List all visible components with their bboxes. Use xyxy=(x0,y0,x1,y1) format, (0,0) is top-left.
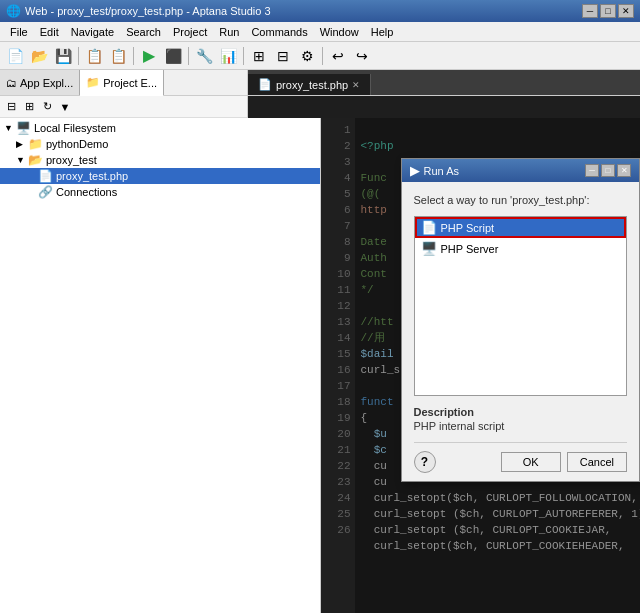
debug-button[interactable]: 🔧 xyxy=(193,45,215,67)
description-label: Description xyxy=(414,406,628,418)
paste-button[interactable]: 📋 xyxy=(107,45,129,67)
profile-button[interactable]: 📊 xyxy=(217,45,239,67)
dialog-item-php-server[interactable]: 🖥️ PHP Server xyxy=(415,238,627,259)
window-title: Web - proxy_test/proxy_test.php - Aptana… xyxy=(25,5,582,17)
dialog-close-button[interactable]: ✕ xyxy=(617,164,631,177)
project-explorer-icon: 📁 xyxy=(86,76,100,89)
settings-button[interactable]: ⚙ xyxy=(296,45,318,67)
editor-tab-icon: 📄 xyxy=(258,78,272,91)
app-explorer-icon: 🗂 xyxy=(6,77,17,89)
dialog-maximize-button[interactable]: □ xyxy=(601,164,615,177)
dialog-body: Select a way to run 'proxy_test.php': 📄 … xyxy=(402,182,640,481)
new-button[interactable]: 📄 xyxy=(4,45,26,67)
dialog-item-php-script[interactable]: 📄 PHP Script xyxy=(415,217,627,238)
editor-tab-proxy[interactable]: 📄 proxy_test.php ✕ xyxy=(248,74,371,95)
tree-item-local-filesystem[interactable]: ▼ 🖥️ Local Filesystem xyxy=(0,120,320,136)
toolbar-sep-3 xyxy=(188,47,189,65)
sidebar-expand-button[interactable]: ⊞ xyxy=(20,98,38,116)
minimize-button[interactable]: ─ xyxy=(582,4,598,18)
cancel-button[interactable]: Cancel xyxy=(567,452,627,472)
maximize-button[interactable]: □ xyxy=(600,4,616,18)
dialog-minimize-button[interactable]: ─ xyxy=(585,164,599,177)
sidebar-toolbar: ⊟ ⊞ ↻ ▼ xyxy=(0,96,248,118)
redo-button[interactable]: ↪ xyxy=(351,45,373,67)
open-button[interactable]: 📂 xyxy=(28,45,50,67)
toolbar-sep-5 xyxy=(322,47,323,65)
close-button[interactable]: ✕ xyxy=(618,4,634,18)
sidebar-tab-bar: 🗂 App Expl... 📁 Project E... xyxy=(0,70,248,95)
tree-item-proxy-test[interactable]: ▼ 📂 proxy_test xyxy=(0,152,320,168)
toolbar-sep-2 xyxy=(133,47,134,65)
toolbar-sep-1 xyxy=(78,47,79,65)
dialog-list[interactable]: 📄 PHP Script 🖥️ PHP Server xyxy=(414,216,628,396)
dialog-window-controls[interactable]: ─ □ ✕ xyxy=(585,164,631,177)
menu-file[interactable]: File xyxy=(4,24,34,40)
ok-button[interactable]: OK xyxy=(501,452,561,472)
sidebar-refresh-button[interactable]: ↻ xyxy=(38,98,56,116)
php-script-icon: 📄 xyxy=(421,220,437,235)
menu-help[interactable]: Help xyxy=(365,24,400,40)
deploy-button[interactable]: ▶ xyxy=(138,45,160,67)
code-editor[interactable]: 12345678910 11121314151617181920 2122232… xyxy=(321,118,641,613)
stop-button[interactable]: ⬛ xyxy=(162,45,184,67)
run-as-dialog: ▶ Run As ─ □ ✕ Select a way to run 'prox… xyxy=(401,158,641,482)
dialog-title-bar: ▶ Run As ─ □ ✕ xyxy=(402,159,640,182)
help-button[interactable]: ? xyxy=(414,451,436,473)
menu-commands[interactable]: Commands xyxy=(245,24,313,40)
layout-button[interactable]: ⊟ xyxy=(272,45,294,67)
tree-item-connections[interactable]: 🔗 Connections xyxy=(0,184,320,200)
tab-project-explorer[interactable]: 📁 Project E... xyxy=(80,70,164,96)
close-tab-icon[interactable]: ✕ xyxy=(352,80,360,90)
toolbar-sep-4 xyxy=(243,47,244,65)
tree-item-proxy-test-php[interactable]: 📄 proxy_test.php xyxy=(0,168,320,184)
menu-project[interactable]: Project xyxy=(167,24,213,40)
window-controls[interactable]: ─ □ ✕ xyxy=(582,4,634,18)
dialog-title-icon: ▶ xyxy=(410,163,420,178)
main-toolbar: 📄 📂 💾 📋 📋 ▶ ⬛ 🔧 📊 ⊞ ⊟ ⚙ ↩ ↪ xyxy=(0,42,640,70)
dialog-prompt: Select a way to run 'proxy_test.php': xyxy=(414,194,628,206)
copy-button[interactable]: 📋 xyxy=(83,45,105,67)
menu-window[interactable]: Window xyxy=(314,24,365,40)
sidebar-filter-button[interactable]: ▼ xyxy=(56,98,74,116)
grid-button[interactable]: ⊞ xyxy=(248,45,270,67)
php-server-icon: 🖥️ xyxy=(421,241,437,256)
project-tree: ▼ 🖥️ Local Filesystem ▶ 📁 pythonDemo ▼ 📂… xyxy=(0,118,321,613)
save-button[interactable]: 💾 xyxy=(52,45,74,67)
dialog-buttons: ? OK Cancel xyxy=(414,442,628,473)
tree-item-pythondemo[interactable]: ▶ 📁 pythonDemo xyxy=(0,136,320,152)
title-bar: 🌐 Web - proxy_test/proxy_test.php - Apta… xyxy=(0,0,640,22)
menu-search[interactable]: Search xyxy=(120,24,167,40)
undo-button[interactable]: ↩ xyxy=(327,45,349,67)
menu-edit[interactable]: Edit xyxy=(34,24,65,40)
dialog-overlay: ▶ Run As ─ □ ✕ Select a way to run 'prox… xyxy=(321,118,641,613)
menu-navigate[interactable]: Navigate xyxy=(65,24,120,40)
menu-run[interactable]: Run xyxy=(213,24,245,40)
sidebar-collapse-button[interactable]: ⊟ xyxy=(2,98,20,116)
dialog-title-text: Run As xyxy=(424,165,582,177)
menu-bar: File Edit Navigate Search Project Run Co… xyxy=(0,22,640,42)
description-text: PHP internal script xyxy=(414,420,628,432)
app-icon: 🌐 xyxy=(6,4,21,18)
tab-app-explorer[interactable]: 🗂 App Expl... xyxy=(0,70,80,95)
